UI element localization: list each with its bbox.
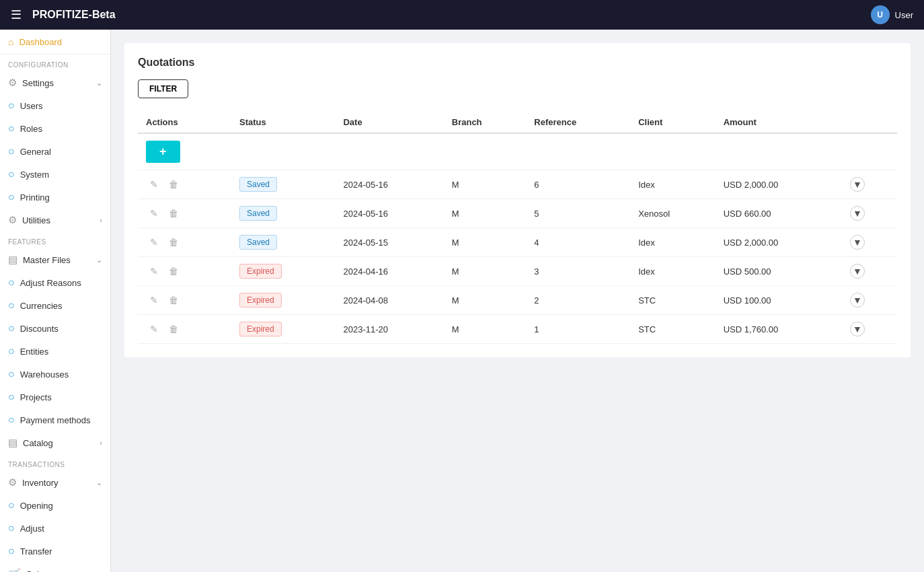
- edit-icon-0[interactable]: ✎: [146, 178, 162, 191]
- delete-icon-0[interactable]: 🗑: [165, 178, 182, 191]
- delete-icon-4[interactable]: 🗑: [165, 293, 182, 307]
- sidebar-item-payment-methods[interactable]: ○ Payment methods: [0, 408, 110, 431]
- warehouses-dot-icon: ○: [8, 368, 15, 380]
- col-status: Status: [231, 112, 335, 133]
- sidebar-item-general[interactable]: ○ General: [0, 140, 110, 163]
- sidebar-item-discounts[interactable]: ○ Discounts: [0, 317, 110, 340]
- table-row: ✎ 🗑 Expired 2024-04-08 M 2 STC USD 100.0…: [138, 286, 897, 315]
- inventory-label: Inventory: [22, 478, 58, 488]
- sidebar-item-dashboard[interactable]: ⌂ Dashboard: [0, 30, 110, 55]
- sidebar-item-currencies[interactable]: ○ Currencies: [0, 294, 110, 317]
- delete-icon-1[interactable]: 🗑: [165, 207, 182, 220]
- row-dropdown-btn-1[interactable]: ▼: [850, 206, 865, 221]
- status-badge-2: Saved: [239, 235, 277, 250]
- app-title: PROFITIZE-Beta: [32, 9, 871, 21]
- edit-icon-2[interactable]: ✎: [146, 236, 162, 249]
- menu-icon[interactable]: ☰: [11, 7, 22, 22]
- row-date-2: 2024-05-15: [335, 228, 443, 257]
- row-date-4: 2024-04-08: [335, 286, 443, 315]
- row-actions-4: ✎ 🗑: [146, 293, 223, 307]
- delete-icon-5[interactable]: 🗑: [165, 322, 182, 336]
- settings-chevron-icon: ⌄: [96, 79, 102, 87]
- users-label: Users: [20, 101, 43, 111]
- row-dropdown-btn-4[interactable]: ▼: [850, 293, 865, 308]
- row-date-5: 2023-11-20: [335, 315, 443, 344]
- payment-methods-label: Payment methods: [20, 415, 91, 425]
- status-badge-1: Saved: [239, 206, 277, 221]
- col-branch: Branch: [444, 112, 527, 133]
- sidebar-item-roles[interactable]: ○ Roles: [0, 117, 110, 140]
- master-files-chevron-icon: ⌄: [96, 256, 102, 264]
- edit-icon-3[interactable]: ✎: [146, 264, 162, 278]
- row-dropdown-1: ▼: [842, 199, 897, 228]
- master-files-icon: ▤: [8, 254, 17, 266]
- sidebar-group-sales[interactable]: 🛒 Sales ⌄: [0, 563, 110, 572]
- sidebar-group-master-files[interactable]: ▤ Master Files ⌄: [0, 248, 110, 271]
- sidebar-item-users[interactable]: ○ Users: [0, 94, 110, 117]
- col-reference: Reference: [526, 112, 630, 133]
- general-dot-icon: ○: [8, 145, 15, 157]
- sidebar-item-projects[interactable]: ○ Projects: [0, 386, 110, 408]
- features-section-label: FEATURES: [0, 231, 110, 248]
- row-client-0: Idex: [630, 170, 716, 199]
- row-branch-5: M: [444, 315, 527, 344]
- sidebar-item-printing[interactable]: ○ Printing: [0, 186, 110, 209]
- table-row: ✎ 🗑 Expired 2024-04-16 M 3 Idex USD 500.…: [138, 257, 897, 286]
- row-reference-2: 4: [526, 228, 630, 257]
- sidebar-item-transfer[interactable]: ○ Transfer: [0, 540, 110, 563]
- edit-icon-4[interactable]: ✎: [146, 293, 162, 307]
- row-actions-1: ✎ 🗑: [146, 207, 223, 220]
- sidebar-item-opening[interactable]: ○ Opening: [0, 494, 110, 517]
- sidebar-group-utilities[interactable]: ⚙ Utilities ‹: [0, 209, 110, 231]
- row-branch-1: M: [444, 199, 527, 228]
- edit-icon-5[interactable]: ✎: [146, 322, 162, 336]
- inventory-icon: ⚙: [8, 476, 17, 489]
- sidebar-item-entities[interactable]: ○ Entities: [0, 340, 110, 363]
- layout: ⌂ Dashboard CONFIGURATION ⚙ Settings ⌄ ○…: [0, 30, 924, 572]
- status-badge-0: Saved: [239, 177, 277, 192]
- table-row: ✎ 🗑 Saved 2024-05-15 M 4 Idex USD 2,000.…: [138, 228, 897, 257]
- sidebar-item-adjust[interactable]: ○ Adjust: [0, 517, 110, 540]
- status-badge-5: Expired: [239, 322, 282, 336]
- row-reference-1: 5: [526, 199, 630, 228]
- discounts-label: Discounts: [20, 324, 59, 334]
- add-button[interactable]: +: [146, 141, 180, 163]
- row-dropdown-btn-2[interactable]: ▼: [850, 235, 865, 250]
- delete-icon-3[interactable]: 🗑: [165, 264, 182, 278]
- row-status-1: Saved: [231, 199, 335, 228]
- sidebar-group-inventory[interactable]: ⚙ Inventory ⌄: [0, 471, 110, 494]
- payment-methods-dot-icon: ○: [8, 414, 15, 426]
- row-dropdown-btn-5[interactable]: ▼: [850, 322, 865, 336]
- row-dropdown-5: ▼: [842, 315, 897, 344]
- sidebar-item-system[interactable]: ○ System: [0, 163, 110, 186]
- adjust-dot-icon: ○: [8, 522, 15, 534]
- sidebar-item-adjust-reasons[interactable]: ○ Adjust Reasons: [0, 271, 110, 294]
- row-dropdown-btn-0[interactable]: ▼: [850, 177, 865, 192]
- settings-gear-icon: ⚙: [8, 77, 17, 89]
- row-dropdown-btn-3[interactable]: ▼: [850, 264, 865, 279]
- home-icon: ⌂: [8, 36, 13, 47]
- edit-icon-1[interactable]: ✎: [146, 207, 162, 220]
- sidebar-item-warehouses[interactable]: ○ Warehouses: [0, 363, 110, 386]
- filter-button[interactable]: FILTER: [138, 79, 188, 98]
- warehouses-label: Warehouses: [20, 369, 69, 380]
- row-amount-1: USD 660.00: [716, 199, 842, 228]
- opening-label: Opening: [20, 501, 53, 511]
- catalog-icon: ▤: [8, 437, 17, 449]
- user-name: User: [895, 10, 913, 20]
- col-amount: Amount: [716, 112, 842, 133]
- status-badge-3: Expired: [239, 264, 282, 279]
- row-amount-5: USD 1,760.00: [716, 315, 842, 344]
- row-dropdown-4: ▼: [842, 286, 897, 315]
- users-dot-icon: ○: [8, 100, 15, 112]
- row-client-4: STC: [630, 286, 716, 315]
- sidebar-group-catalog[interactable]: ▤ Catalog ‹: [0, 431, 110, 454]
- row-dropdown-3: ▼: [842, 257, 897, 286]
- sidebar-group-settings[interactable]: ⚙ Settings ⌄: [0, 71, 110, 94]
- currencies-dot-icon: ○: [8, 299, 15, 312]
- row-dropdown-2: ▼: [842, 228, 897, 257]
- row-branch-0: M: [444, 170, 527, 199]
- master-files-label: Master Files: [23, 255, 71, 265]
- row-date-1: 2024-05-16: [335, 199, 443, 228]
- delete-icon-2[interactable]: 🗑: [165, 236, 182, 249]
